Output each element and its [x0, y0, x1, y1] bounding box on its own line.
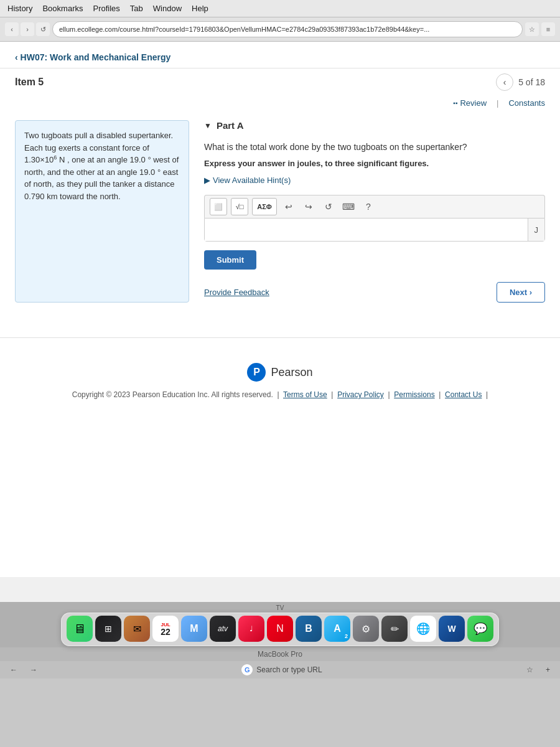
dock-pencil-icon[interactable]: ✏	[381, 616, 408, 642]
dock-notes-icon[interactable]: M	[181, 616, 207, 642]
dock-chrome-icon[interactable]: 🌐	[410, 616, 436, 642]
macbook-pro-label: MacBook Pro	[0, 647, 560, 661]
hw-back-link[interactable]: HW07: Work and Mechanical Energy	[15, 52, 170, 62]
pearson-name: Pearson	[271, 366, 312, 379]
part-a-header: ▼ Part A	[204, 120, 545, 131]
browser-chrome: ‹ › ↺ ellum.ecollege.com/course.html?cou…	[0, 17, 560, 42]
mac-bottom-bar: ← → G Search or type URL ☆ +	[0, 661, 560, 679]
back-arrow-icon[interactable]: ←	[10, 665, 17, 674]
answer-input[interactable]	[205, 218, 528, 241]
bottom-search-area: G Search or type URL	[50, 664, 514, 675]
question-instruction: Express your answer in joules, to three …	[204, 159, 545, 168]
answer-input-row: J	[204, 218, 545, 242]
keyboard-icon[interactable]: ⌨	[340, 199, 357, 215]
redo-button[interactable]: ↪	[301, 199, 317, 215]
star-icon[interactable]: ☆	[525, 22, 539, 36]
dock-music-icon[interactable]: ♩	[238, 616, 264, 642]
menu-window[interactable]: Window	[153, 4, 182, 13]
browser-content: HW07: Work and Mechanical Energy Item 5 …	[0, 42, 560, 602]
view-hints-link[interactable]: View Available Hint(s)	[204, 176, 545, 185]
dock-word-icon[interactable]: W	[439, 616, 465, 642]
submit-button[interactable]: Submit	[204, 250, 256, 270]
hw-header: HW07: Work and Mechanical Energy	[0, 42, 560, 68]
next-button[interactable]: Next ›	[497, 282, 545, 303]
sqrt-button[interactable]: √□	[231, 198, 248, 215]
permissions-link[interactable]: Permissions	[394, 390, 434, 399]
dock-launchpad-icon[interactable]: ⊞	[95, 616, 121, 642]
answer-area: ⬜ √□ ΑΣΦ ↩ ↪ ↺ ⌨ ? J	[204, 195, 545, 242]
answer-panel: ▼ Part A What is the total work done by …	[204, 120, 545, 303]
forward-arrow-icon[interactable]: →	[30, 665, 37, 674]
mac-menubar: History Bookmarks Profiles Tab Window He…	[0, 0, 560, 17]
dock-accessibility-icon[interactable]: ⚙	[353, 616, 379, 642]
main-content: Two tugboats pull a disabled supertanker…	[0, 110, 560, 312]
dock-messages-icon[interactable]: 💬	[467, 616, 493, 642]
tv-label: TV	[0, 604, 560, 611]
problem-panel: Two tugboats pull a disabled supertanker…	[15, 120, 189, 303]
nav-controls: ‹ 5 of 18	[496, 73, 545, 91]
reload-button[interactable]: ↺	[36, 22, 50, 36]
dock-podcasts-icon[interactable]: N	[267, 616, 293, 642]
prev-item-button[interactable]: ‹	[496, 73, 513, 91]
page-wrapper: HW07: Work and Mechanical Energy Item 5 …	[0, 42, 560, 577]
pearson-p-icon: P	[247, 363, 266, 382]
menu-icon[interactable]: ≡	[541, 22, 555, 36]
dock-translate-icon[interactable]: A 2	[324, 616, 350, 642]
terms-link[interactable]: Terms of Use	[283, 390, 327, 399]
mac-dock-area: TV 🖥 ⊞ ✉ JUL 22 M atv ♩ N B A 2 ⚙ ✏ 🌐 W …	[0, 602, 560, 647]
fraction-button[interactable]: ⬜	[210, 198, 227, 215]
collapse-arrow-icon[interactable]: ▼	[204, 121, 212, 130]
google-icon: G	[241, 664, 253, 675]
mac-dock: 🖥 ⊞ ✉ JUL 22 M atv ♩ N B A 2 ⚙ ✏ 🌐 W 💬	[61, 613, 499, 646]
menu-history[interactable]: History	[7, 4, 32, 13]
answer-toolbar: ⬜ √□ ΑΣΦ ↩ ↪ ↺ ⌨ ?	[204, 195, 545, 218]
question-text: What is the total work done by the two t…	[204, 141, 545, 154]
url-text: ellum.ecollege.com/course.html?courseId=…	[59, 26, 429, 33]
menu-bookmarks[interactable]: Bookmarks	[42, 4, 83, 13]
answer-unit: J	[528, 218, 545, 241]
review-link[interactable]: Review	[453, 98, 487, 108]
feedback-next-row: Provide Feedback Next ›	[204, 282, 545, 303]
review-constants-bar: Review | Constants	[0, 96, 560, 110]
menu-tab[interactable]: Tab	[130, 4, 143, 13]
constants-link[interactable]: Constants	[508, 98, 545, 108]
item-label: Item 5	[15, 77, 44, 88]
back-button[interactable]: ‹	[5, 22, 19, 36]
star-bottom-icon[interactable]: ☆	[526, 665, 533, 674]
forward-button[interactable]: ›	[21, 22, 34, 36]
reset-button[interactable]: ↺	[320, 199, 337, 215]
browser-toolbar: ‹ › ↺ ellum.ecollege.com/course.html?cou…	[0, 17, 560, 41]
dock-calendar-icon[interactable]: JUL 22	[152, 616, 179, 642]
footer-links: Copyright © 2023 Pearson Education Inc. …	[12, 389, 548, 401]
contact-link[interactable]: Contact Us	[445, 390, 482, 399]
hw-item-header: Item 5 ‹ 5 of 18	[0, 68, 560, 96]
problem-description: Two tugboats pull a disabled supertanker…	[24, 131, 179, 201]
greek-symbols-button[interactable]: ΑΣΦ	[252, 198, 277, 215]
plus-bottom-icon[interactable]: +	[546, 665, 550, 674]
pearson-footer: P Pearson Copyright © 2023 Pearson Educa…	[0, 337, 560, 411]
part-a-label: Part A	[217, 120, 244, 131]
nav-counter: 5 of 18	[518, 77, 545, 87]
search-label[interactable]: Search or type URL	[256, 665, 322, 674]
dock-mail-icon[interactable]: ✉	[124, 616, 150, 642]
dock-finder-icon[interactable]: 🖥	[67, 616, 93, 642]
dock-appletv-icon[interactable]: atv	[210, 616, 236, 642]
copyright-text: Copyright © 2023 Pearson Education Inc. …	[72, 390, 273, 399]
provide-feedback-link[interactable]: Provide Feedback	[204, 288, 269, 297]
address-bar[interactable]: ellum.ecollege.com/course.html?courseId=…	[52, 21, 523, 37]
undo-button[interactable]: ↩	[281, 199, 297, 215]
pearson-logo: P Pearson	[12, 363, 548, 382]
privacy-link[interactable]: Privacy Policy	[337, 390, 384, 399]
help-icon[interactable]: ?	[360, 199, 376, 215]
menu-help[interactable]: Help	[192, 4, 208, 13]
toolbar-nav-icons: ‹ › ↺	[5, 22, 50, 36]
dock-books-icon[interactable]: B	[296, 616, 322, 642]
menu-profiles[interactable]: Profiles	[93, 4, 119, 13]
